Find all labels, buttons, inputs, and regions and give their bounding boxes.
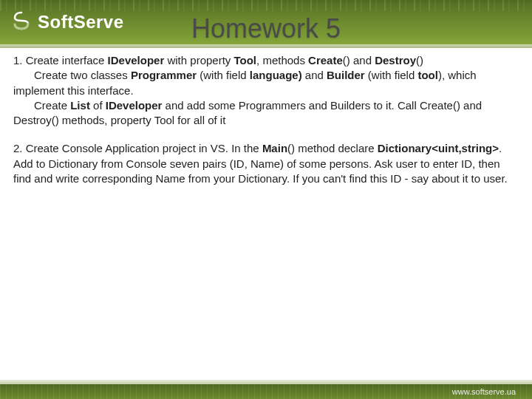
page-title: Homework 5 xyxy=(191,13,341,44)
text-bold: Create xyxy=(308,54,343,66)
text: and xyxy=(302,69,327,81)
text-bold: Dictionary<uint,string> xyxy=(378,142,499,154)
text: 1. Create interface xyxy=(13,54,108,66)
text-bold: Main xyxy=(262,142,287,154)
task2-line1: 2. Create Console Application project in… xyxy=(13,141,519,186)
brand-logo: SoftServe xyxy=(11,10,124,34)
text: Create xyxy=(34,99,70,112)
text-bold: language) xyxy=(250,69,302,81)
logo-icon xyxy=(11,10,32,34)
text: Create two classes xyxy=(34,69,131,81)
task1-line2: Create two classes Programmer (with fiel… xyxy=(13,68,519,98)
text: (with field xyxy=(197,69,250,81)
text: () and xyxy=(343,54,375,66)
slide-header: SoftServe Homework 5 xyxy=(0,0,532,44)
text: , methods xyxy=(256,54,308,66)
slide-body: 1. Create interface IDeveloper with prop… xyxy=(0,49,532,186)
text: (with field xyxy=(365,69,418,81)
text: of xyxy=(90,99,106,112)
text-bold: Tool xyxy=(234,54,257,66)
text: with property xyxy=(164,54,233,66)
text: () xyxy=(416,54,423,66)
text-bold: tool xyxy=(417,69,438,81)
text-bold: IDeveloper xyxy=(108,54,165,66)
footer-url: www.softserve.ua xyxy=(452,387,516,396)
task1-line1: 1. Create interface IDeveloper with prop… xyxy=(13,53,519,68)
task1-line3: Create List of IDeveloper and add some P… xyxy=(13,98,519,129)
text: () method declare xyxy=(287,142,378,154)
text-bold: List xyxy=(70,99,90,112)
brand-name: SoftServe xyxy=(38,12,124,33)
text-bold: Builder xyxy=(327,69,365,81)
slide-footer: www.softserve.ua xyxy=(0,384,532,399)
text-bold: IDeveloper xyxy=(106,99,163,112)
text: 2. Create Console Application project in… xyxy=(13,142,262,154)
text-bold: Programmer xyxy=(131,69,197,81)
text-bold: Destroy xyxy=(375,54,416,66)
